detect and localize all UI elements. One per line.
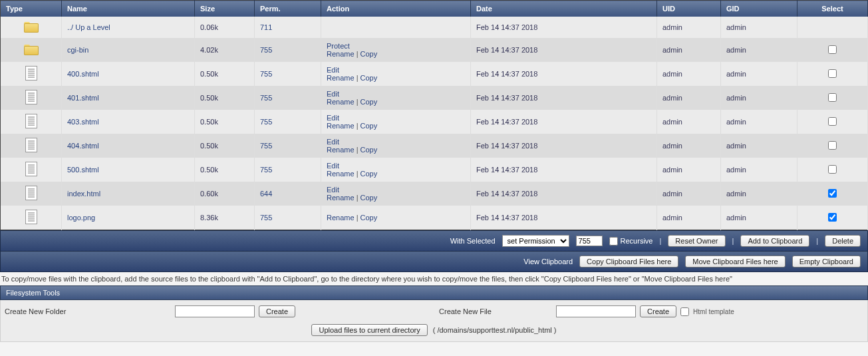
select-checkbox[interactable] [828, 141, 837, 150]
action-copy[interactable]: Copy [361, 50, 378, 58]
file-uid: admin [657, 182, 721, 206]
file-date: Feb 14 14:37 2018 [471, 86, 657, 110]
view-clipboard-link[interactable]: View Clipboard [523, 258, 573, 266]
header-gid[interactable]: GID [721, 1, 797, 17]
reset-owner-button[interactable]: Reset Owner [668, 235, 725, 247]
file-name-link[interactable]: index.html [67, 190, 100, 198]
file-uid: admin [657, 110, 721, 134]
file-gid: admin [721, 17, 797, 38]
action-rename[interactable]: Rename [327, 146, 355, 154]
actions-cell: EditRename | Copy [321, 158, 471, 182]
action-rename[interactable]: Rename [327, 50, 355, 58]
table-row: 500.shtml0.50k755EditRename | CopyFeb 14… [1, 158, 868, 182]
separator: | [355, 170, 361, 178]
table-row: 401.shtml0.50k755EditRename | CopyFeb 14… [1, 86, 868, 110]
clipboard-bar: View Clipboard Copy Clipboard Files here… [0, 252, 868, 272]
file-date: Feb 14 14:37 2018 [471, 206, 657, 230]
permission-link[interactable]: 711 [260, 23, 272, 31]
recursive-label: Recursive [621, 237, 653, 245]
file-gid: admin [721, 86, 797, 110]
permission-link[interactable]: 755 [260, 118, 272, 126]
action-edit[interactable]: Edit [327, 162, 339, 170]
with-selected-bar: With Selected set Permission Recursive |… [0, 230, 868, 252]
action-rename[interactable]: Rename [327, 170, 355, 178]
move-clipboard-here-button[interactable]: Move Clipboard Files here [685, 256, 785, 267]
file-icon [25, 66, 37, 81]
permission-link[interactable]: 755 [260, 142, 272, 150]
html-template-checkbox[interactable] [680, 307, 689, 316]
permission-link[interactable]: 755 [260, 70, 272, 78]
file-size: 8.36k [195, 206, 255, 230]
divider: | [816, 237, 818, 245]
table-row: logo.png8.36k755Rename | CopyFeb 14 14:3… [1, 206, 868, 230]
file-name-link[interactable]: 403.shtml [67, 118, 99, 126]
action-copy[interactable]: Copy [361, 146, 378, 154]
file-name-link[interactable]: 400.shtml [67, 70, 99, 78]
action-copy[interactable]: Copy [361, 194, 378, 202]
select-checkbox[interactable] [828, 45, 837, 54]
create-file-input[interactable] [556, 305, 636, 317]
recursive-checkbox[interactable] [609, 237, 618, 246]
copy-clipboard-here-button[interactable]: Copy Clipboard Files here [579, 256, 678, 267]
action-copy[interactable]: Copy [361, 122, 378, 130]
permission-input[interactable] [576, 236, 603, 246]
header-perm[interactable]: Perm. [255, 1, 321, 17]
action-copy[interactable]: Copy [361, 74, 378, 82]
delete-button[interactable]: Delete [825, 235, 861, 247]
select-checkbox[interactable] [828, 93, 837, 102]
file-name-link[interactable]: 401.shtml [67, 94, 99, 102]
permission-link[interactable]: 755 [260, 94, 272, 102]
action-edit[interactable]: Edit [327, 90, 339, 98]
file-name-link[interactable]: logo.png [67, 214, 95, 222]
action-edit[interactable]: Edit [327, 138, 339, 146]
select-checkbox[interactable] [828, 165, 837, 174]
header-select[interactable]: Select [797, 1, 868, 17]
add-to-clipboard-button[interactable]: Add to Clipboard [740, 235, 809, 247]
header-date[interactable]: Date [471, 1, 657, 17]
file-uid: admin [657, 62, 721, 86]
file-name-link[interactable]: ../ Up a Level [67, 23, 110, 31]
permission-link[interactable]: 755 [260, 46, 272, 54]
select-checkbox[interactable] [828, 117, 837, 126]
select-checkbox[interactable] [828, 69, 837, 78]
actions-cell: EditRename | Copy [321, 110, 471, 134]
action-rename[interactable]: Rename [327, 98, 355, 106]
action-copy[interactable]: Copy [361, 98, 378, 106]
action-copy[interactable]: Copy [361, 170, 378, 178]
action-rename[interactable]: Rename [327, 122, 355, 130]
actions-cell: Rename | Copy [321, 206, 471, 230]
create-file-button[interactable]: Create [640, 305, 676, 317]
action-rename[interactable]: Rename [327, 214, 355, 222]
header-type[interactable]: Type [1, 1, 62, 17]
select-checkbox[interactable] [828, 213, 837, 222]
header-action[interactable]: Action [321, 1, 471, 17]
header-name[interactable]: Name [62, 1, 195, 17]
permission-link[interactable]: 755 [260, 166, 272, 174]
file-icon [25, 210, 37, 224]
action-select[interactable]: set Permission [502, 235, 569, 247]
action-rename[interactable]: Rename [327, 74, 355, 82]
action-rename[interactable]: Rename [327, 194, 355, 202]
permission-link[interactable]: 755 [260, 214, 272, 222]
create-folder-button[interactable]: Create [259, 305, 295, 317]
action-edit[interactable]: Edit [327, 66, 339, 74]
action-copy[interactable]: Copy [361, 214, 378, 222]
file-size: 0.50k [195, 62, 255, 86]
header-size[interactable]: Size [195, 1, 255, 17]
actions-cell: EditRename | Copy [321, 86, 471, 110]
action-protect[interactable]: Protect [327, 42, 350, 50]
upload-files-button[interactable]: Upload files to current directory [311, 324, 427, 336]
filesystem-tools-header: Filesystem Tools [0, 285, 868, 300]
file-uid: admin [657, 17, 721, 38]
file-name-link[interactable]: 404.shtml [67, 142, 99, 150]
action-edit[interactable]: Edit [327, 186, 339, 194]
header-uid[interactable]: UID [657, 1, 721, 17]
action-edit[interactable]: Edit [327, 114, 339, 122]
file-name-link[interactable]: cgi-bin [67, 46, 88, 54]
create-folder-input[interactable] [175, 305, 255, 317]
select-checkbox[interactable] [828, 189, 837, 198]
permission-link[interactable]: 644 [260, 190, 272, 198]
file-table: Type Name Size Perm. Action Date UID GID… [0, 0, 868, 230]
empty-clipboard-button[interactable]: Empty Clipboard [792, 256, 861, 267]
file-name-link[interactable]: 500.shtml [67, 166, 99, 174]
